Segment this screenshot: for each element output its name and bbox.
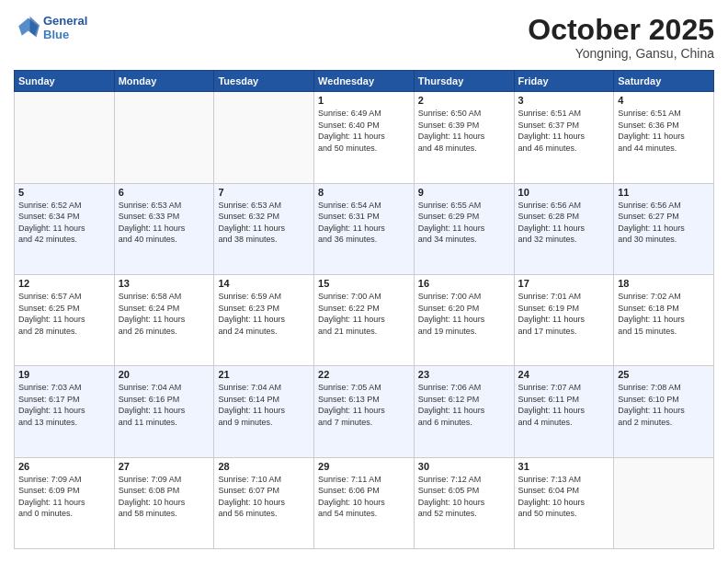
- table-cell: 4Sunrise: 6:51 AM Sunset: 6:36 PM Daylig…: [614, 92, 714, 183]
- col-thursday: Thursday: [414, 71, 514, 92]
- table-cell: 5Sunrise: 6:52 AM Sunset: 6:34 PM Daylig…: [15, 183, 115, 274]
- day-info: Sunrise: 7:08 AM Sunset: 6:10 PM Dayligh…: [618, 382, 710, 428]
- day-number: 23: [418, 369, 510, 380]
- day-number: 24: [518, 369, 610, 380]
- table-cell: 31Sunrise: 7:13 AM Sunset: 6:04 PM Dayli…: [514, 457, 614, 548]
- day-info: Sunrise: 6:53 AM Sunset: 6:32 PM Dayligh…: [218, 200, 310, 246]
- table-cell: [214, 92, 314, 183]
- day-number: 28: [218, 461, 310, 472]
- day-info: Sunrise: 7:13 AM Sunset: 6:04 PM Dayligh…: [518, 474, 610, 520]
- day-number: 30: [418, 461, 510, 472]
- table-cell: [114, 92, 214, 183]
- logo-text: General Blue: [43, 14, 87, 41]
- day-info: Sunrise: 7:10 AM Sunset: 6:07 PM Dayligh…: [218, 474, 310, 520]
- table-cell: 30Sunrise: 7:12 AM Sunset: 6:05 PM Dayli…: [414, 457, 514, 548]
- table-cell: 22Sunrise: 7:05 AM Sunset: 6:13 PM Dayli…: [314, 366, 415, 457]
- day-info: Sunrise: 7:06 AM Sunset: 6:12 PM Dayligh…: [418, 382, 510, 428]
- day-number: 9: [418, 187, 510, 198]
- day-number: 1: [318, 95, 410, 106]
- week-row-4: 19Sunrise: 7:03 AM Sunset: 6:17 PM Dayli…: [15, 366, 714, 457]
- day-info: Sunrise: 7:09 AM Sunset: 6:09 PM Dayligh…: [18, 474, 110, 520]
- day-info: Sunrise: 6:56 AM Sunset: 6:28 PM Dayligh…: [518, 200, 610, 246]
- day-number: 12: [18, 278, 110, 289]
- col-friday: Friday: [514, 71, 614, 92]
- table-cell: 19Sunrise: 7:03 AM Sunset: 6:17 PM Dayli…: [15, 366, 115, 457]
- day-number: 13: [119, 278, 210, 289]
- day-number: 21: [218, 369, 310, 380]
- day-number: 25: [618, 369, 710, 380]
- col-tuesday: Tuesday: [214, 71, 314, 92]
- page: General Blue October 2025 Yongning, Gans…: [0, 0, 728, 563]
- table-cell: 28Sunrise: 7:10 AM Sunset: 6:07 PM Dayli…: [214, 457, 314, 548]
- day-number: 18: [618, 278, 710, 289]
- table-cell: [15, 92, 115, 183]
- table-cell: 17Sunrise: 7:01 AM Sunset: 6:19 PM Dayli…: [514, 274, 614, 365]
- table-cell: 18Sunrise: 7:02 AM Sunset: 6:18 PM Dayli…: [614, 274, 714, 365]
- day-info: Sunrise: 6:53 AM Sunset: 6:33 PM Dayligh…: [119, 200, 210, 246]
- day-number: 26: [18, 461, 110, 472]
- col-saturday: Saturday: [614, 71, 714, 92]
- day-number: 4: [618, 95, 710, 106]
- day-info: Sunrise: 7:09 AM Sunset: 6:08 PM Dayligh…: [119, 474, 210, 520]
- day-info: Sunrise: 7:00 AM Sunset: 6:22 PM Dayligh…: [318, 291, 410, 337]
- day-number: 15: [318, 278, 410, 289]
- day-info: Sunrise: 6:49 AM Sunset: 6:40 PM Dayligh…: [318, 108, 410, 154]
- day-number: 27: [119, 461, 210, 472]
- day-number: 17: [518, 278, 610, 289]
- table-cell: 11Sunrise: 6:56 AM Sunset: 6:27 PM Dayli…: [614, 183, 714, 274]
- table-cell: 1Sunrise: 6:49 AM Sunset: 6:40 PM Daylig…: [314, 92, 415, 183]
- week-row-5: 26Sunrise: 7:09 AM Sunset: 6:09 PM Dayli…: [15, 457, 714, 548]
- day-info: Sunrise: 7:04 AM Sunset: 6:16 PM Dayligh…: [119, 382, 210, 428]
- day-number: 2: [418, 95, 510, 106]
- day-info: Sunrise: 7:04 AM Sunset: 6:14 PM Dayligh…: [218, 382, 310, 428]
- day-info: Sunrise: 6:51 AM Sunset: 6:36 PM Dayligh…: [618, 108, 710, 154]
- table-cell: 29Sunrise: 7:11 AM Sunset: 6:06 PM Dayli…: [314, 457, 415, 548]
- day-number: 7: [218, 187, 310, 198]
- table-cell: 7Sunrise: 6:53 AM Sunset: 6:32 PM Daylig…: [214, 183, 314, 274]
- table-cell: 13Sunrise: 6:58 AM Sunset: 6:24 PM Dayli…: [114, 274, 214, 365]
- table-cell: 9Sunrise: 6:55 AM Sunset: 6:29 PM Daylig…: [414, 183, 514, 274]
- calendar-table: Sunday Monday Tuesday Wednesday Thursday…: [14, 70, 714, 549]
- logo-icon: [14, 15, 40, 40]
- day-number: 8: [318, 187, 410, 198]
- day-info: Sunrise: 6:50 AM Sunset: 6:39 PM Dayligh…: [418, 108, 510, 154]
- day-info: Sunrise: 6:57 AM Sunset: 6:25 PM Dayligh…: [18, 291, 110, 337]
- day-info: Sunrise: 7:03 AM Sunset: 6:17 PM Dayligh…: [18, 382, 110, 428]
- table-cell: 14Sunrise: 6:59 AM Sunset: 6:23 PM Dayli…: [214, 274, 314, 365]
- day-info: Sunrise: 6:56 AM Sunset: 6:27 PM Dayligh…: [618, 200, 710, 246]
- day-info: Sunrise: 7:00 AM Sunset: 6:20 PM Dayligh…: [418, 291, 510, 337]
- table-cell: 27Sunrise: 7:09 AM Sunset: 6:08 PM Dayli…: [114, 457, 214, 548]
- table-cell: 26Sunrise: 7:09 AM Sunset: 6:09 PM Dayli…: [15, 457, 115, 548]
- title-block: October 2025 Yongning, Gansu, China: [528, 14, 714, 61]
- table-cell: 6Sunrise: 6:53 AM Sunset: 6:33 PM Daylig…: [114, 183, 214, 274]
- day-info: Sunrise: 6:55 AM Sunset: 6:29 PM Dayligh…: [418, 200, 510, 246]
- day-info: Sunrise: 6:58 AM Sunset: 6:24 PM Dayligh…: [119, 291, 210, 337]
- day-number: 16: [418, 278, 510, 289]
- table-cell: 24Sunrise: 7:07 AM Sunset: 6:11 PM Dayli…: [514, 366, 614, 457]
- col-monday: Monday: [114, 71, 214, 92]
- table-cell: 15Sunrise: 7:00 AM Sunset: 6:22 PM Dayli…: [314, 274, 415, 365]
- day-number: 19: [18, 369, 110, 380]
- day-info: Sunrise: 6:54 AM Sunset: 6:31 PM Dayligh…: [318, 200, 410, 246]
- table-cell: 16Sunrise: 7:00 AM Sunset: 6:20 PM Dayli…: [414, 274, 514, 365]
- table-cell: 20Sunrise: 7:04 AM Sunset: 6:16 PM Dayli…: [114, 366, 214, 457]
- col-sunday: Sunday: [15, 71, 115, 92]
- week-row-1: 1Sunrise: 6:49 AM Sunset: 6:40 PM Daylig…: [15, 92, 714, 183]
- day-info: Sunrise: 7:07 AM Sunset: 6:11 PM Dayligh…: [518, 382, 610, 428]
- table-cell: 10Sunrise: 6:56 AM Sunset: 6:28 PM Dayli…: [514, 183, 614, 274]
- day-number: 5: [18, 187, 110, 198]
- day-number: 6: [119, 187, 210, 198]
- table-cell: 21Sunrise: 7:04 AM Sunset: 6:14 PM Dayli…: [214, 366, 314, 457]
- day-info: Sunrise: 7:12 AM Sunset: 6:05 PM Dayligh…: [418, 474, 510, 520]
- day-info: Sunrise: 6:51 AM Sunset: 6:37 PM Dayligh…: [518, 108, 610, 154]
- day-number: 29: [318, 461, 410, 472]
- table-cell: 12Sunrise: 6:57 AM Sunset: 6:25 PM Dayli…: [15, 274, 115, 365]
- table-cell: 2Sunrise: 6:50 AM Sunset: 6:39 PM Daylig…: [414, 92, 514, 183]
- month-title: October 2025: [528, 14, 714, 46]
- day-number: 11: [618, 187, 710, 198]
- logo: General Blue: [14, 14, 87, 41]
- day-info: Sunrise: 6:52 AM Sunset: 6:34 PM Dayligh…: [18, 200, 110, 246]
- table-cell: [614, 457, 714, 548]
- table-cell: 3Sunrise: 6:51 AM Sunset: 6:37 PM Daylig…: [514, 92, 614, 183]
- table-cell: 25Sunrise: 7:08 AM Sunset: 6:10 PM Dayli…: [614, 366, 714, 457]
